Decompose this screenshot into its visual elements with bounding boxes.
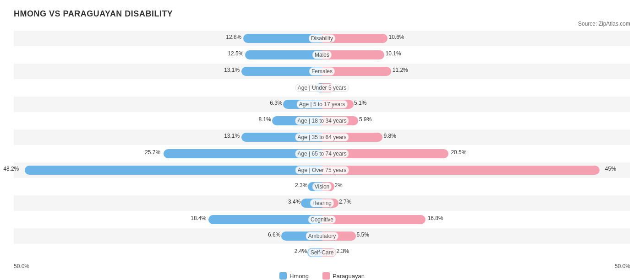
bar-row: 13.1% Females 11.2% [14,64,630,79]
paraguayan-value: 10.1% [386,50,401,57]
chart-title: HMONG VS PARAGUAYAN DISABILITY [14,9,630,19]
bar-container: 12.5% Males 10.1% [14,47,630,63]
paraguayan-value: 45% [605,166,616,172]
left-section: 18.4% [14,212,322,227]
bar-row: 18.4% Cognitive 16.8% [14,212,630,227]
row-label: Cognitive [308,215,336,224]
legend: Hmong Paraguayan [14,272,630,280]
right-section: 5.9% [322,113,630,129]
paraguayan-value: 5.9% [359,116,371,123]
left-section: 6.3% [14,97,322,112]
paraguayan-value: 2.3% [337,248,349,254]
bar-container: 13.1% Age | 35 to 64 years 9.8% [14,129,630,145]
left-section: 13.1% [14,129,322,145]
left-section: 12.8% [14,31,322,46]
axis-right-label: 50.0% [322,263,630,269]
left-section: 8.1% [14,113,322,129]
row-label: Age | 18 to 34 years [295,117,349,125]
row-label: Vision [312,183,332,191]
right-section: 16.8% [322,212,630,227]
hmong-value: 48.2% [3,166,19,172]
row-label: Age | Over 75 years [295,166,349,174]
paraguayan-value: 10.6% [389,34,404,40]
paraguayan-value: 20.5% [451,149,466,156]
right-section: 9.8% [322,129,630,145]
left-section: 25.7% [14,146,322,162]
row-label: Self-Care [308,248,336,257]
paraguayan-value: 2.7% [339,199,351,205]
paraguayan-value: 16.8% [428,215,443,221]
left-section: 1.1% [14,80,322,96]
right-section: 5.5% [322,228,630,244]
hmong-bar: 18.4% [208,215,322,224]
paraguayan-value: 2% [334,182,342,188]
bar-container: 48.2% Age | Over 75 years 45% [14,162,630,178]
paraguayan-value: 5.5% [356,232,369,238]
hmong-label: Hmong [289,273,309,280]
hmong-value: 6.6% [268,232,280,238]
axis-left-label: 50.0% [14,263,322,269]
left-section: 13.1% [14,64,322,79]
legend-hmong: Hmong [279,272,309,280]
left-section: 2.3% [14,179,322,194]
bar-container: 2.3% Vision 2% [14,179,630,194]
bar-row: 3.4% Hearing 2.7% [14,195,630,211]
bar-container: 6.6% Ambulatory 5.5% [14,228,630,244]
right-section: 11.2% [322,64,630,79]
paraguayan-label: Paraguayan [333,273,365,280]
bar-container: 13.1% Females 11.2% [14,64,630,79]
row-label: Age | Under 5 years [295,84,349,92]
hmong-bar: 12.5% [245,50,322,59]
bar-row: 8.1% Age | 18 to 34 years 5.9% [14,113,630,129]
paraguayan-bar: 16.8% [322,215,426,224]
left-section: 2.4% [14,245,322,260]
left-section: 48.2% [14,162,322,178]
paraguayan-value: 9.8% [384,133,396,139]
bar-container: 3.4% Hearing 2.7% [14,195,630,211]
right-section: 5.1% [322,97,630,112]
row-label: Age | 5 to 17 years [297,100,348,108]
paraguayan-value: 5.1% [354,100,366,106]
bar-row: 2.4% Self-Care 2.3% [14,245,630,260]
hmong-value: 2.4% [295,248,307,254]
bar-container: 12.8% Disability 10.6% [14,31,630,46]
hmong-value: 13.1% [224,67,240,73]
bar-row: 6.6% Ambulatory 5.5% [14,228,630,244]
left-section: 3.4% [14,195,322,211]
hmong-value: 2.3% [295,182,307,188]
right-section: 2.7% [322,195,630,211]
right-section: 10.1% [322,47,630,63]
bar-row: 1.1% Age | Under 5 years 2% [14,80,630,96]
right-section: 2.3% [322,245,630,260]
bar-container: 25.7% Age | 65 to 74 years 20.5% [14,146,630,162]
right-section: 45% [322,162,630,178]
paraguayan-color-swatch [322,272,330,280]
bar-row: 12.8% Disability 10.6% [14,31,630,46]
bar-container: 2.4% Self-Care 2.3% [14,245,630,260]
row-label: Age | 35 to 64 years [295,133,349,141]
bar-container: 1.1% Age | Under 5 years 2% [14,80,630,96]
hmong-value: 18.4% [191,215,206,221]
hmong-value: 3.4% [288,199,300,205]
hmong-value: 6.3% [270,100,282,106]
row-label: Ambulatory [306,232,338,240]
bar-row: 6.3% Age | 5 to 17 years 5.1% [14,97,630,112]
hmong-value: 25.7% [145,149,160,156]
hmong-value: 12.5% [228,50,243,57]
bar-row: 12.5% Males 10.1% [14,47,630,63]
left-section: 6.6% [14,228,322,244]
legend-paraguayan: Paraguayan [322,272,365,280]
bar-container: 6.3% Age | 5 to 17 years 5.1% [14,97,630,112]
row-label: Females [309,67,335,75]
paraguayan-value: 11.2% [393,67,408,73]
bar-row: 25.7% Age | 65 to 74 years 20.5% [14,146,630,162]
paraguayan-bar: 45% [322,166,600,175]
row-label: Disability [309,34,335,43]
hmong-value: 13.1% [224,133,240,139]
right-section: 2% [322,179,630,194]
left-section: 12.5% [14,47,322,63]
right-section: 2% [322,80,630,96]
bar-container: 8.1% Age | 18 to 34 years 5.9% [14,113,630,129]
row-label: Hearing [310,199,334,207]
hmong-value: 8.1% [258,116,271,123]
